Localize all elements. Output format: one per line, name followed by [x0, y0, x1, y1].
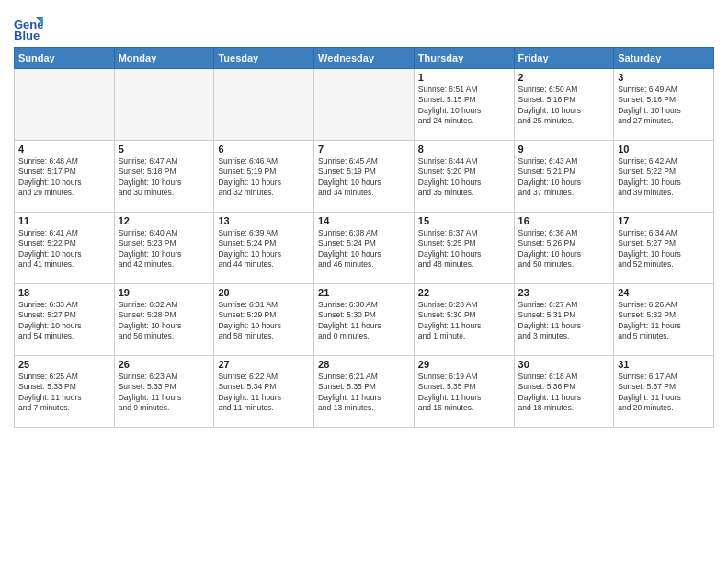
day-number: 13: [218, 215, 310, 226]
weekday-thursday: Thursday: [414, 48, 514, 69]
day-number: 12: [119, 215, 210, 226]
day-number: 1: [418, 72, 510, 83]
day-number: 28: [318, 359, 410, 370]
calendar-cell: 18Sunrise: 6:33 AM Sunset: 5:27 PM Dayli…: [15, 284, 115, 356]
day-number: 19: [119, 287, 210, 298]
page-container: General Blue SundayMondayTuesdayWednesda…: [0, 0, 728, 437]
day-info: Sunrise: 6:46 AM Sunset: 5:19 PM Dayligh…: [218, 156, 310, 199]
day-number: 3: [618, 72, 710, 83]
calendar-cell: 6Sunrise: 6:46 AM Sunset: 5:19 PM Daylig…: [214, 141, 314, 213]
calendar-cell: 26Sunrise: 6:23 AM Sunset: 5:33 PM Dayli…: [114, 356, 214, 428]
logo: General Blue: [14, 14, 47, 43]
day-number: 5: [119, 144, 210, 155]
weekday-sunday: Sunday: [15, 48, 115, 69]
day-info: Sunrise: 6:48 AM Sunset: 5:17 PM Dayligh…: [18, 156, 110, 199]
weekday-monday: Monday: [114, 48, 214, 69]
day-number: 26: [119, 359, 210, 370]
day-info: Sunrise: 6:18 AM Sunset: 5:36 PM Dayligh…: [518, 372, 610, 414]
day-number: 27: [218, 359, 310, 370]
calendar-cell: 19Sunrise: 6:32 AM Sunset: 5:28 PM Dayli…: [114, 284, 214, 356]
calendar-cell: 4Sunrise: 6:48 AM Sunset: 5:17 PM Daylig…: [15, 141, 115, 213]
calendar-cell: 21Sunrise: 6:30 AM Sunset: 5:30 PM Dayli…: [314, 284, 415, 356]
weekday-friday: Friday: [514, 48, 614, 69]
day-number: 9: [518, 144, 610, 155]
day-info: Sunrise: 6:38 AM Sunset: 5:24 PM Dayligh…: [318, 228, 410, 270]
calendar-cell: 2Sunrise: 6:50 AM Sunset: 5:16 PM Daylig…: [514, 69, 614, 141]
day-number: 29: [418, 359, 510, 370]
calendar-cell: 27Sunrise: 6:22 AM Sunset: 5:34 PM Dayli…: [214, 356, 314, 428]
day-info: Sunrise: 6:42 AM Sunset: 5:22 PM Dayligh…: [618, 156, 710, 199]
svg-text:Blue: Blue: [14, 29, 40, 42]
logo-icon: General Blue: [14, 14, 43, 43]
calendar-cell: 30Sunrise: 6:18 AM Sunset: 5:36 PM Dayli…: [514, 356, 614, 428]
day-number: 25: [18, 359, 110, 370]
weekday-saturday: Saturday: [614, 48, 714, 69]
calendar-table: SundayMondayTuesdayWednesdayThursdayFrid…: [14, 47, 714, 428]
calendar-cell: 25Sunrise: 6:25 AM Sunset: 5:33 PM Dayli…: [15, 356, 115, 428]
calendar-cell: 20Sunrise: 6:31 AM Sunset: 5:29 PM Dayli…: [214, 284, 314, 356]
day-info: Sunrise: 6:28 AM Sunset: 5:30 PM Dayligh…: [418, 300, 510, 342]
weekday-header-row: SundayMondayTuesdayWednesdayThursdayFrid…: [15, 48, 714, 69]
day-number: 22: [418, 287, 510, 298]
day-info: Sunrise: 6:44 AM Sunset: 5:20 PM Dayligh…: [418, 156, 510, 199]
day-number: 7: [318, 144, 410, 155]
day-info: Sunrise: 6:19 AM Sunset: 5:35 PM Dayligh…: [418, 372, 510, 414]
day-info: Sunrise: 6:21 AM Sunset: 5:35 PM Dayligh…: [318, 372, 410, 414]
weekday-tuesday: Tuesday: [214, 48, 314, 69]
day-number: 4: [18, 144, 110, 155]
calendar-cell: 11Sunrise: 6:41 AM Sunset: 5:22 PM Dayli…: [15, 213, 115, 284]
calendar-cell: 12Sunrise: 6:40 AM Sunset: 5:23 PM Dayli…: [114, 213, 214, 284]
day-number: 17: [618, 215, 710, 226]
day-info: Sunrise: 6:36 AM Sunset: 5:26 PM Dayligh…: [518, 228, 610, 270]
day-info: Sunrise: 6:50 AM Sunset: 5:16 PM Dayligh…: [518, 85, 610, 127]
calendar-cell: 5Sunrise: 6:47 AM Sunset: 5:18 PM Daylig…: [114, 141, 214, 213]
calendar-cell: [214, 69, 314, 141]
day-info: Sunrise: 6:45 AM Sunset: 5:19 PM Dayligh…: [318, 156, 410, 199]
day-info: Sunrise: 6:37 AM Sunset: 5:25 PM Dayligh…: [418, 228, 510, 270]
day-number: 10: [618, 144, 710, 155]
week-row-4: 18Sunrise: 6:33 AM Sunset: 5:27 PM Dayli…: [15, 284, 714, 356]
day-number: 11: [18, 215, 110, 226]
calendar-cell: 10Sunrise: 6:42 AM Sunset: 5:22 PM Dayli…: [614, 141, 714, 213]
calendar-cell: 24Sunrise: 6:26 AM Sunset: 5:32 PM Dayli…: [614, 284, 714, 356]
day-info: Sunrise: 6:25 AM Sunset: 5:33 PM Dayligh…: [18, 372, 110, 414]
calendar-cell: 29Sunrise: 6:19 AM Sunset: 5:35 PM Dayli…: [414, 356, 514, 428]
day-info: Sunrise: 6:27 AM Sunset: 5:31 PM Dayligh…: [518, 300, 610, 342]
day-info: Sunrise: 6:41 AM Sunset: 5:22 PM Dayligh…: [18, 228, 110, 270]
calendar-body: 1Sunrise: 6:51 AM Sunset: 5:15 PM Daylig…: [15, 69, 714, 428]
calendar-cell: 28Sunrise: 6:21 AM Sunset: 5:35 PM Dayli…: [314, 356, 415, 428]
day-info: Sunrise: 6:39 AM Sunset: 5:24 PM Dayligh…: [218, 228, 310, 270]
calendar-cell: [114, 69, 214, 141]
calendar-cell: 15Sunrise: 6:37 AM Sunset: 5:25 PM Dayli…: [414, 213, 514, 284]
day-number: 18: [18, 287, 110, 298]
day-info: Sunrise: 6:26 AM Sunset: 5:32 PM Dayligh…: [618, 300, 710, 342]
week-row-2: 4Sunrise: 6:48 AM Sunset: 5:17 PM Daylig…: [15, 141, 714, 213]
day-number: 15: [418, 215, 510, 226]
day-number: 2: [518, 72, 610, 83]
day-info: Sunrise: 6:31 AM Sunset: 5:29 PM Dayligh…: [218, 300, 310, 342]
day-number: 24: [618, 287, 710, 298]
day-number: 23: [518, 287, 610, 298]
calendar-cell: 9Sunrise: 6:43 AM Sunset: 5:21 PM Daylig…: [514, 141, 614, 213]
day-info: Sunrise: 6:33 AM Sunset: 5:27 PM Dayligh…: [18, 300, 110, 342]
calendar-cell: 31Sunrise: 6:17 AM Sunset: 5:37 PM Dayli…: [614, 356, 714, 428]
week-row-5: 25Sunrise: 6:25 AM Sunset: 5:33 PM Dayli…: [15, 356, 714, 428]
calendar-cell: 23Sunrise: 6:27 AM Sunset: 5:31 PM Dayli…: [514, 284, 614, 356]
day-info: Sunrise: 6:43 AM Sunset: 5:21 PM Dayligh…: [518, 156, 610, 199]
day-info: Sunrise: 6:40 AM Sunset: 5:23 PM Dayligh…: [119, 228, 210, 270]
calendar-cell: 14Sunrise: 6:38 AM Sunset: 5:24 PM Dayli…: [314, 213, 415, 284]
day-number: 8: [418, 144, 510, 155]
day-info: Sunrise: 6:23 AM Sunset: 5:33 PM Dayligh…: [119, 372, 210, 414]
day-info: Sunrise: 6:47 AM Sunset: 5:18 PM Dayligh…: [119, 156, 210, 199]
day-number: 31: [618, 359, 710, 370]
calendar-cell: 7Sunrise: 6:45 AM Sunset: 5:19 PM Daylig…: [314, 141, 415, 213]
calendar-cell: 17Sunrise: 6:34 AM Sunset: 5:27 PM Dayli…: [614, 213, 714, 284]
day-number: 16: [518, 215, 610, 226]
calendar-cell: 16Sunrise: 6:36 AM Sunset: 5:26 PM Dayli…: [514, 213, 614, 284]
day-info: Sunrise: 6:30 AM Sunset: 5:30 PM Dayligh…: [318, 300, 410, 342]
day-number: 14: [318, 215, 410, 226]
day-info: Sunrise: 6:51 AM Sunset: 5:15 PM Dayligh…: [418, 85, 510, 127]
day-info: Sunrise: 6:49 AM Sunset: 5:16 PM Dayligh…: [618, 85, 710, 127]
calendar-cell: 22Sunrise: 6:28 AM Sunset: 5:30 PM Dayli…: [414, 284, 514, 356]
calendar-cell: [314, 69, 415, 141]
